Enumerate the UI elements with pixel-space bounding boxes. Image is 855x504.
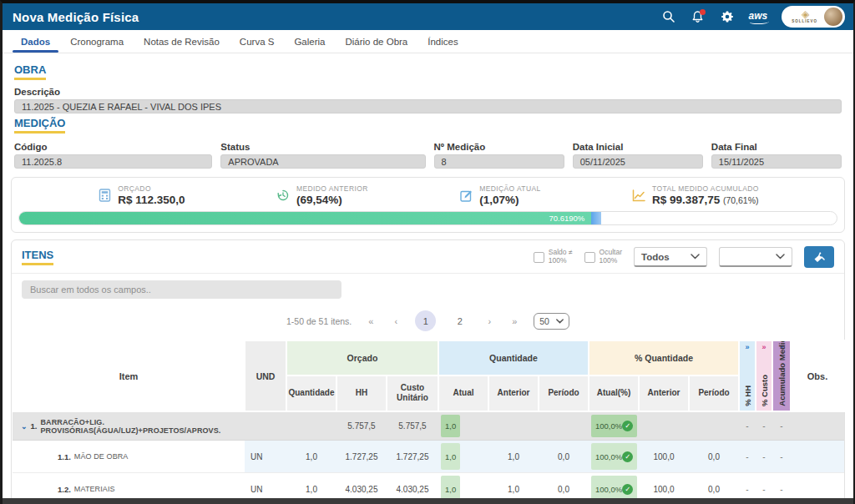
cell-pct-periodo: 0,0 <box>689 441 739 473</box>
filter-todos-select[interactable]: Todos <box>634 247 707 267</box>
subcolumn-anterior-pct[interactable]: Anterior <box>639 375 689 411</box>
column-header-und[interactable]: UND <box>245 340 286 411</box>
collapse-chevron-icon[interactable]: ⌄ <box>21 422 28 431</box>
pagination-page-1[interactable]: 1 <box>415 310 436 331</box>
notification-badge <box>700 9 706 15</box>
column-header-pct-custo[interactable]: » % Custo <box>756 340 772 411</box>
filter-saldo-label1: Saldo ≠ <box>549 248 573 256</box>
tab-cronograma[interactable]: Cronograma <box>60 30 134 53</box>
subcolumn-periodo[interactable]: Período <box>539 375 589 411</box>
cell-hh: 1.727,25 <box>336 441 387 473</box>
cell-qtd <box>286 411 336 441</box>
cell-atual[interactable]: 1,0 <box>441 443 460 470</box>
data-final-field[interactable]: 15/11/2025 <box>711 154 842 169</box>
pct-custo-label: % Custo <box>760 375 769 406</box>
cell-pct-atual[interactable]: 100,0%✓ <box>591 415 637 437</box>
subcolumn-anterior[interactable]: Anterior <box>488 375 539 411</box>
subcolumn-hh[interactable]: HH <box>336 375 387 411</box>
page-size-select[interactable]: 50 <box>534 313 569 330</box>
header-actions: aws ◈ SOLLIEVO <box>661 6 845 28</box>
summary-stats: ORÇADO R$ 112.350,0 MEDIDO ANTERIOR (69,… <box>18 183 837 211</box>
pagination-page-2[interactable]: 2 <box>449 310 470 331</box>
subcolumn-custo-unitario[interactable]: Custo Unitário <box>387 375 438 411</box>
account-pill[interactable]: ◈ SOLLIEVO <box>782 6 845 28</box>
search-icon[interactable] <box>661 9 676 24</box>
tab-notas-de-revisao[interactable]: Notas de Revisão <box>134 30 230 53</box>
item-title: MATERIAIS <box>74 485 115 493</box>
app-header: Nova Medição Física aws ◈ SOLLIEVO <box>3 3 853 30</box>
tab-galeria[interactable]: Galeria <box>284 30 335 53</box>
table-row-group-1[interactable]: ⌄1.BARRACÃO+LIG. PROVISÓRIAS(ÁGUA/LUZ)+P… <box>13 411 844 441</box>
checkbox-icon[interactable] <box>584 252 595 263</box>
summary-card: ORÇADO R$ 112.350,0 MEDIDO ANTERIOR (69,… <box>11 177 845 233</box>
orcado-label: ORÇADO <box>118 184 185 193</box>
clear-filters-button[interactable] <box>804 246 834 268</box>
data-final-label: Data Final <box>711 142 842 152</box>
codigo-field[interactable]: 11.2025.8 <box>14 154 212 169</box>
num-medicao-field[interactable]: 8 <box>434 154 564 169</box>
tab-indices[interactable]: Índices <box>417 30 468 53</box>
expand-column-icon[interactable]: » <box>746 343 750 351</box>
subcolumn-atual-pct[interactable]: Atual(%) <box>589 375 639 411</box>
itens-card: ITENS Saldo ≠100% Ocultar100% Todos <box>11 239 845 504</box>
checkbox-icon[interactable] <box>534 252 544 263</box>
pct-value: 100,0% <box>595 421 622 431</box>
column-header-pct-hh[interactable]: » % HH <box>739 340 756 411</box>
aws-logo[interactable]: aws <box>749 10 768 24</box>
column-group-quantidade[interactable]: Quantidade <box>438 340 589 375</box>
pagination-prev-button[interactable]: ‹ <box>390 316 402 326</box>
cell-hh: 5.757,5 <box>336 411 387 441</box>
chevron-down-icon <box>776 254 785 260</box>
search-input[interactable] <box>22 280 341 299</box>
settings-gear-icon[interactable] <box>720 9 735 24</box>
expand-column-icon[interactable]: » <box>762 343 766 351</box>
filter-ocultar-checkbox[interactable]: Ocultar100% <box>584 249 622 265</box>
acumulado-label: Acumulado Medido <box>777 340 787 406</box>
column-group-pct-quantidade[interactable]: % Quantidade <box>589 340 739 375</box>
item-number: 1. <box>31 421 38 431</box>
sollievo-logo: ◈ SOLLIEVO <box>792 9 817 24</box>
cell-hh-pct: - <box>739 441 756 473</box>
data-inicial-field[interactable]: 05/11/2025 <box>573 154 703 169</box>
column-header-item[interactable]: Item <box>13 340 245 411</box>
cell-atual[interactable]: 1,0 <box>441 415 460 437</box>
filter-saldo-label2: 100% <box>549 256 567 265</box>
column-header-obs[interactable]: Obs. <box>791 340 844 411</box>
user-avatar[interactable] <box>824 8 842 26</box>
filter-secondary-select[interactable] <box>719 247 792 267</box>
filter-saldo-checkbox[interactable]: Saldo ≠100% <box>534 249 573 265</box>
subcolumn-periodo-pct[interactable]: Período <box>689 375 739 411</box>
notifications-bell-icon[interactable] <box>691 9 706 24</box>
section-title-itens: ITENS <box>22 249 53 265</box>
cell-pct-periodo <box>689 411 739 441</box>
data-inicial-label: Data Inicial <box>573 142 703 152</box>
status-field[interactable]: APROVADA <box>220 154 425 169</box>
itens-header: ITENS Saldo ≠100% Ocultar100% Todos <box>12 240 844 274</box>
column-header-acumulado[interactable]: » Acumulado Medido <box>772 340 791 411</box>
medido-anterior-label: MEDIDO ANTERIOR <box>296 184 368 193</box>
medicao-atual-label: MEDIÇÃO ATUAL <box>479 184 541 193</box>
tab-diario-de-obra[interactable]: Diário de Obra <box>335 30 417 53</box>
itens-table: Item UND Orçado Quantidade % Quantidade … <box>12 340 845 504</box>
bottom-scrollbar[interactable] <box>3 498 853 504</box>
cell-pct-atual[interactable]: 100,0%✓ <box>591 443 637 470</box>
tab-dados[interactable]: Dados <box>11 30 60 53</box>
main-content: OBRA Descrição 11.2025 - QUEZIA E RAFAEL… <box>3 53 853 504</box>
pagination-next-button[interactable]: › <box>483 316 495 326</box>
tabs-bar: Dados Cronograma Notas de Revisão Curva … <box>3 30 853 53</box>
column-group-orcado[interactable]: Orçado <box>286 340 438 375</box>
table-row-1-1[interactable]: 1.1.MÃO DE OBRA UN 1,0 1.727,25 1.727,25… <box>13 441 844 473</box>
pagination: 1-50 de 51 itens. « ‹ 1 2 › » 50 <box>12 305 844 338</box>
tab-curva-s[interactable]: Curva S <box>230 30 285 53</box>
check-circle-icon: ✓ <box>622 421 633 431</box>
progress-label: 70.6190% <box>549 214 592 223</box>
subcolumn-quantidade[interactable]: Quantidade <box>286 375 336 411</box>
broom-icon <box>813 251 825 263</box>
page-size-value: 50 <box>539 316 549 326</box>
cell-periodo: 0,0 <box>539 441 589 473</box>
chevron-down-icon <box>556 319 564 324</box>
pagination-first-button[interactable]: « <box>365 316 377 326</box>
subcolumn-atual[interactable]: Atual <box>438 375 488 411</box>
pagination-last-button[interactable]: » <box>508 316 520 326</box>
descricao-field[interactable]: 11.2025 - QUEZIA E RAFAEL - VIVAL DOS IP… <box>14 99 842 113</box>
